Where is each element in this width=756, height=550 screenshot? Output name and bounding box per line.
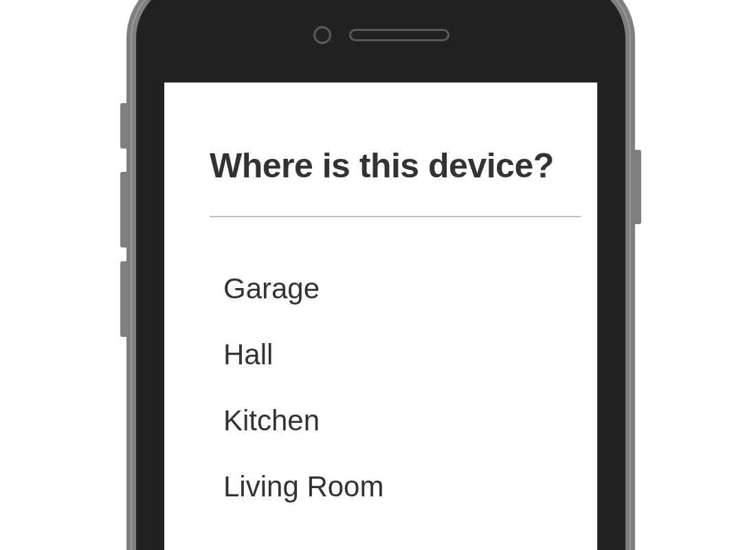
divider	[210, 216, 581, 217]
location-option-garage[interactable]: Garage	[210, 256, 563, 322]
content: Where is this device? Garage Hall Kitche…	[164, 82, 597, 520]
phone-face: Where is this device? Garage Hall Kitche…	[136, 0, 625, 550]
app-screen: Where is this device? Garage Hall Kitche…	[164, 82, 597, 550]
volume-up-button	[120, 172, 126, 248]
option-label: Garage	[223, 272, 320, 305]
power-button	[635, 150, 641, 224]
location-option-kitchen[interactable]: Kitchen	[210, 388, 563, 454]
page-title: Where is this device?	[210, 146, 563, 186]
option-label: Hall	[223, 338, 273, 371]
volume-down-button	[120, 261, 126, 337]
location-options-list: Garage Hall Kitchen Living Room	[210, 256, 563, 520]
location-option-living-room[interactable]: Living Room	[210, 454, 563, 520]
proximity-sensor-icon	[313, 26, 331, 44]
mute-switch	[120, 103, 126, 148]
phone-frame: Where is this device? Garage Hall Kitche…	[126, 0, 635, 550]
earpiece-icon	[349, 29, 449, 41]
option-label: Kitchen	[223, 404, 320, 437]
option-label: Living Room	[223, 470, 383, 503]
location-option-hall[interactable]: Hall	[210, 322, 563, 388]
